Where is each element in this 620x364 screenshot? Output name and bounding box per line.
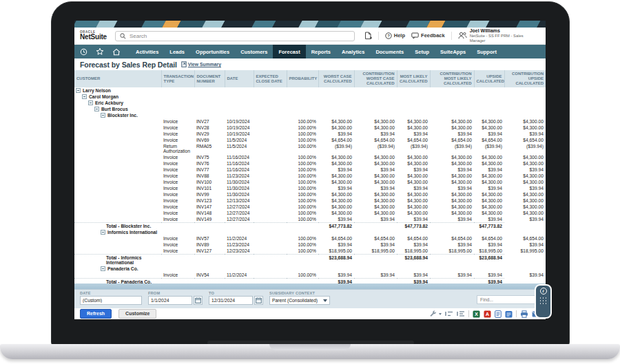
column-header-document-number[interactable]: DOCUMENT NUMBER	[194, 70, 225, 87]
help-widget-tab[interactable]: i	[535, 284, 552, 319]
column-header-contribution-worst-case-calculated[interactable]: CONTRIBUTION WORST CASE CALCULATED	[354, 70, 397, 87]
column-header-customer[interactable]: CUSTOMER	[74, 70, 161, 87]
from-date-input[interactable]	[148, 296, 192, 305]
export-word-icon[interactable]	[495, 310, 502, 318]
nav-item-reports[interactable]: Reports	[306, 45, 336, 58]
cell-contribution-most-likely: $39.94	[430, 185, 474, 191]
date-filter-input[interactable]	[80, 296, 142, 305]
column-header-date[interactable]: DATE	[225, 70, 254, 87]
cell-document-number[interactable]: INV54	[194, 272, 225, 279]
collapse-icon[interactable]	[101, 113, 105, 118]
search-input[interactable]: Search	[115, 31, 355, 41]
nav-item-documents[interactable]: Documents	[370, 45, 409, 58]
nav-item-customers[interactable]: Customers	[235, 45, 273, 58]
customize-wrench-icon[interactable]	[429, 310, 437, 318]
total-row: Total - Blockster Inc.$47,773.82$47,773.…	[74, 223, 546, 230]
group-label[interactable]: Eric Ackbury	[95, 100, 123, 105]
column-header-upside-calculated[interactable]: UPSIDE CALCULATED	[474, 70, 504, 87]
cell-document-number[interactable]: INV77	[194, 167, 225, 173]
collapse-icon[interactable]	[76, 88, 81, 93]
home-icon[interactable]	[112, 48, 121, 56]
collapse-icon[interactable]	[101, 266, 105, 271]
collapse-icon[interactable]	[82, 94, 87, 99]
cell-document-number[interactable]: INV99	[194, 191, 225, 197]
cell-document-number[interactable]: INV127	[194, 248, 225, 255]
view-summary-link[interactable]: View Summary	[181, 61, 221, 67]
nav-item-support[interactable]: Support	[471, 45, 502, 58]
column-header-expected-close-date[interactable]: EXPECTED CLOSE DATE	[254, 70, 287, 87]
cell-customer	[74, 143, 161, 154]
cell-upside: $4,300.00	[474, 204, 504, 210]
caret-down-icon[interactable]	[439, 313, 442, 315]
column-header-worst-case-calculated[interactable]: WORST CASE CALCULATED	[318, 70, 354, 87]
cell-most-likely: $4,300.00	[397, 154, 430, 160]
nav-item-suiteapps[interactable]: SuiteApps	[435, 45, 471, 58]
cell-document-number[interactable]: RMA05	[194, 143, 225, 154]
cell-document-number[interactable]: INV88	[194, 173, 225, 179]
cell-document-number[interactable]: INV149	[194, 216, 225, 223]
cell-probability: 100.00%	[287, 185, 318, 191]
nav-item-opportunities[interactable]: Opportunities	[190, 45, 235, 58]
customize-button[interactable]: Customize	[118, 309, 156, 319]
column-header-probability[interactable]: PROBABILITY	[287, 70, 318, 87]
export-excel-icon[interactable]: X	[473, 310, 480, 318]
feedback-button[interactable]: Feedback	[411, 32, 445, 39]
help-button[interactable]: ? Help	[385, 32, 405, 39]
find-input[interactable]	[477, 295, 540, 304]
nav-item-analytics[interactable]: Analytics	[336, 45, 370, 58]
cell-expected-close-date	[254, 235, 287, 242]
transaction-row: InvoiceINV5711/2/2024100.00%$4,654.00$4,…	[74, 235, 546, 242]
cell-document-number[interactable]: INV89	[194, 242, 225, 248]
cutoff-highlighted-row	[74, 283, 546, 289]
group-label[interactable]: Carol Morgan	[89, 94, 118, 99]
expand-rows-icon[interactable]	[457, 310, 465, 317]
group-label[interactable]: Panaderia Co.	[107, 266, 138, 271]
column-header-contribution-upside-calculated[interactable]: CONTRIBUTION UPSIDE CALCULATED	[504, 70, 546, 87]
group-label[interactable]: Burt Brocus	[101, 107, 128, 111]
group-label[interactable]: Larry Nelson	[83, 88, 111, 93]
to-date-input[interactable]	[209, 296, 253, 305]
cell-document-number[interactable]: INV101	[194, 185, 225, 191]
print-icon[interactable]	[520, 310, 528, 318]
laptop-base	[0, 344, 620, 359]
collapse-icon[interactable]	[101, 230, 105, 235]
cell-document-number[interactable]: INV29	[194, 131, 225, 137]
cell-document-number[interactable]: INV76	[194, 160, 225, 167]
export-pdf-icon[interactable]: A	[484, 310, 491, 318]
cell-document-number[interactable]: INV57	[194, 235, 225, 242]
view-summary-icon	[181, 61, 187, 67]
recent-records-icon[interactable]	[80, 48, 87, 56]
cell-document-number[interactable]: INV100	[194, 179, 225, 185]
new-document-icon[interactable]	[364, 32, 372, 40]
nav-item-setup[interactable]: Setup	[409, 45, 435, 58]
export-csv-icon[interactable]	[505, 310, 513, 318]
collapse-icon[interactable]	[94, 107, 99, 111]
group-label[interactable]: Blockster Inc.	[107, 113, 138, 118]
cell-document-number[interactable]: INV148	[194, 210, 225, 216]
collapse-icon[interactable]	[88, 100, 93, 105]
subsidiary-select[interactable]: Parent (Consolidated)	[269, 296, 330, 305]
group-label[interactable]: Informics International	[107, 230, 157, 235]
refresh-button[interactable]: Refresh	[80, 309, 112, 319]
from-calendar-button[interactable]	[194, 296, 203, 305]
nav-item-leads[interactable]: Leads	[164, 45, 190, 58]
nav-item-forecast[interactable]: Forecast	[273, 45, 305, 58]
column-header-contribution-most-likely-calculated[interactable]: CONTRIBUTION MOST LIKELY CALCULATED	[430, 70, 474, 87]
cell-expected-close-date	[254, 179, 287, 185]
cell-probability: 100.00%	[287, 197, 318, 204]
user-menu[interactable]: Joel Williams NetSuite - SS FF PRM - Sal…	[458, 28, 540, 43]
cell-document-number[interactable]: INV123	[194, 197, 225, 204]
cell-document-number[interactable]: INV69	[194, 137, 225, 143]
column-header-most-likely-calculated[interactable]: MOST LIKELY CALCULATED	[397, 70, 430, 87]
cell-document-number[interactable]: INV27	[194, 118, 225, 125]
table-header-row: CUSTOMERTRANSACTION TYPEDOCUMENT NUMBERD…	[74, 70, 546, 87]
to-calendar-button[interactable]	[254, 296, 263, 305]
cell-document-number[interactable]: INV28	[194, 125, 225, 131]
cell-contribution-upside: $4,654.00	[504, 137, 546, 143]
nav-item-activities[interactable]: Activities	[130, 45, 164, 58]
cell-document-number[interactable]: INV75	[194, 154, 225, 160]
column-header-transaction-type[interactable]: TRANSACTION TYPE	[161, 70, 194, 87]
shortcuts-star-icon[interactable]	[96, 47, 104, 56]
cell-document-number[interactable]: INV147	[194, 204, 225, 210]
collapse-rows-icon[interactable]	[445, 310, 453, 317]
